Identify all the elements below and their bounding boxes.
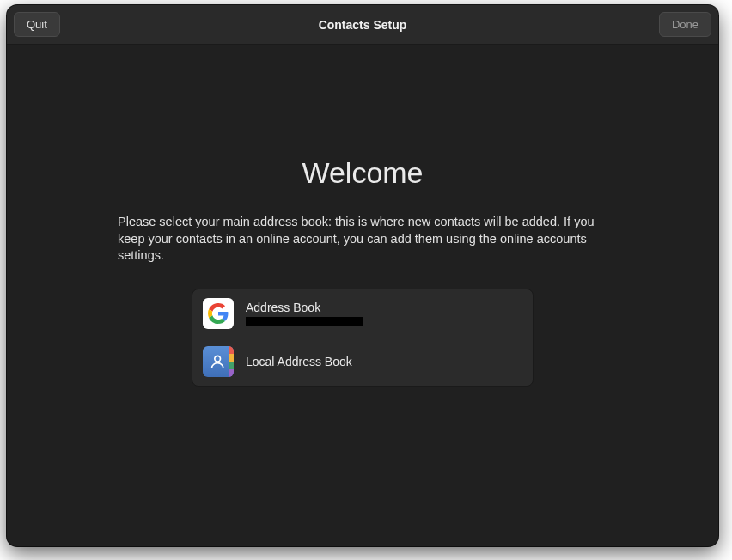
- address-book-list: Address Book Local Address Book: [192, 289, 534, 387]
- welcome-heading: Welcome: [302, 156, 423, 190]
- svg-point-0: [215, 356, 221, 362]
- done-button[interactable]: Done: [659, 12, 711, 37]
- window-title: Contacts Setup: [7, 18, 718, 32]
- option-text-wrapper: Local Address Book: [246, 355, 352, 368]
- main-content: Welcome Please select your main address …: [7, 45, 718, 546]
- google-icon: [203, 298, 234, 329]
- setup-window: Quit Contacts Setup Done Welcome Please …: [7, 5, 718, 546]
- quit-button[interactable]: Quit: [14, 12, 60, 37]
- address-book-option-google[interactable]: Address Book: [192, 289, 533, 338]
- option-label: Address Book: [246, 301, 363, 314]
- header-bar: Quit Contacts Setup Done: [7, 5, 718, 45]
- address-book-option-local[interactable]: Local Address Book: [192, 338, 533, 386]
- option-text-wrapper: Address Book: [246, 301, 363, 326]
- option-label: Local Address Book: [246, 355, 352, 368]
- description-text: Please select your main address book: th…: [118, 214, 607, 265]
- addressbook-icon: [203, 346, 234, 377]
- option-sublabel-redacted: [246, 317, 363, 326]
